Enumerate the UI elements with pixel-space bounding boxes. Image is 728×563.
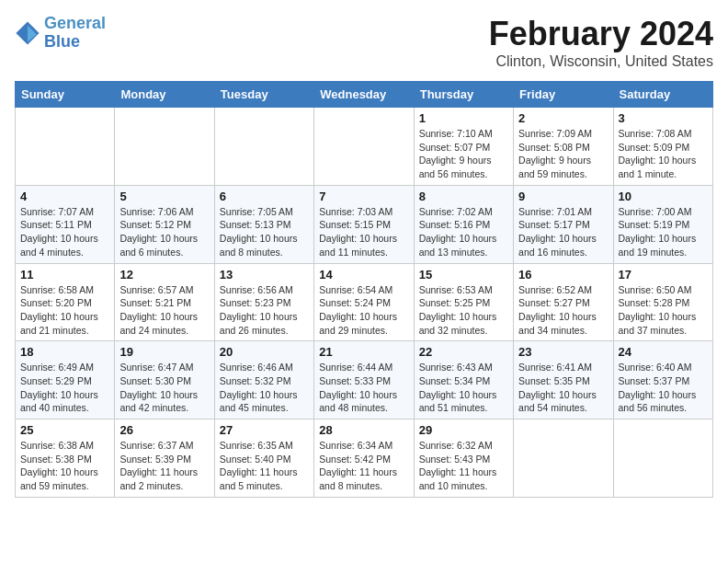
calendar-cell: 23Sunrise: 6:41 AM Sunset: 5:35 PM Dayli… <box>514 341 613 419</box>
calendar-cell: 24Sunrise: 6:40 AM Sunset: 5:37 PM Dayli… <box>613 341 712 419</box>
weekday-header-sunday: Sunday <box>16 82 115 108</box>
calendar-cell <box>314 108 414 186</box>
day-number: 4 <box>20 190 109 203</box>
calendar-cell <box>613 419 712 498</box>
title-area: February 2024 Clinton, Wisconsin, United… <box>489 15 713 70</box>
calendar-cell: 8Sunrise: 7:02 AM Sunset: 5:16 PM Daylig… <box>414 185 513 263</box>
day-info: Sunrise: 6:41 AM Sunset: 5:35 PM Dayligh… <box>518 361 608 415</box>
day-info: Sunrise: 6:53 AM Sunset: 5:25 PM Dayligh… <box>419 283 508 338</box>
calendar-cell: 1Sunrise: 7:10 AM Sunset: 5:07 PM Daylig… <box>414 108 513 186</box>
day-info: Sunrise: 7:03 AM Sunset: 5:15 PM Dayligh… <box>319 205 408 259</box>
day-info: Sunrise: 6:57 AM Sunset: 5:21 PM Dayligh… <box>119 283 209 338</box>
day-number: 9 <box>518 190 608 203</box>
logo-text: General Blue <box>44 15 106 52</box>
day-info: Sunrise: 6:38 AM Sunset: 5:38 PM Dayligh… <box>20 439 109 493</box>
day-info: Sunrise: 6:35 AM Sunset: 5:40 PM Dayligh… <box>220 439 309 493</box>
day-info: Sunrise: 7:02 AM Sunset: 5:16 PM Dayligh… <box>419 205 508 259</box>
day-number: 29 <box>419 423 508 437</box>
day-info: Sunrise: 6:46 AM Sunset: 5:32 PM Dayligh… <box>220 361 309 415</box>
logo-icon <box>15 20 40 46</box>
day-info: Sunrise: 6:54 AM Sunset: 5:24 PM Dayligh… <box>319 283 408 338</box>
calendar-cell: 13Sunrise: 6:56 AM Sunset: 5:23 PM Dayli… <box>214 263 313 341</box>
calendar-cell: 12Sunrise: 6:57 AM Sunset: 5:21 PM Dayli… <box>115 263 214 341</box>
weekday-header-monday: Monday <box>115 82 214 108</box>
day-info: Sunrise: 6:56 AM Sunset: 5:23 PM Dayligh… <box>220 283 309 338</box>
calendar-cell: 14Sunrise: 6:54 AM Sunset: 5:24 PM Dayli… <box>314 263 414 341</box>
calendar-week-2: 4Sunrise: 7:07 AM Sunset: 5:11 PM Daylig… <box>16 185 713 263</box>
header: General Blue February 2024 Clinton, Wisc… <box>15 15 713 70</box>
weekday-header-thursday: Thursday <box>414 82 513 108</box>
calendar-cell: 6Sunrise: 7:05 AM Sunset: 5:13 PM Daylig… <box>214 185 313 263</box>
day-info: Sunrise: 6:50 AM Sunset: 5:28 PM Dayligh… <box>619 283 708 338</box>
day-number: 5 <box>119 190 209 203</box>
calendar-cell: 28Sunrise: 6:34 AM Sunset: 5:42 PM Dayli… <box>314 419 414 498</box>
calendar-cell: 26Sunrise: 6:37 AM Sunset: 5:39 PM Dayli… <box>115 419 214 498</box>
logo: General Blue <box>15 15 106 52</box>
calendar-cell: 5Sunrise: 7:06 AM Sunset: 5:12 PM Daylig… <box>115 185 214 263</box>
month-title: February 2024 <box>489 15 713 53</box>
day-number: 1 <box>419 111 508 125</box>
day-number: 13 <box>220 268 309 282</box>
weekday-header-wednesday: Wednesday <box>314 82 414 108</box>
day-info: Sunrise: 6:49 AM Sunset: 5:29 PM Dayligh… <box>20 361 109 415</box>
calendar-week-3: 11Sunrise: 6:58 AM Sunset: 5:20 PM Dayli… <box>16 263 713 341</box>
day-number: 21 <box>319 345 408 359</box>
day-number: 3 <box>619 111 708 125</box>
day-info: Sunrise: 6:47 AM Sunset: 5:30 PM Dayligh… <box>119 361 209 415</box>
calendar-cell: 29Sunrise: 6:32 AM Sunset: 5:43 PM Dayli… <box>414 419 513 498</box>
day-number: 11 <box>20 268 109 282</box>
calendar-cell: 18Sunrise: 6:49 AM Sunset: 5:29 PM Dayli… <box>16 341 115 419</box>
day-number: 27 <box>220 423 309 437</box>
calendar-table: SundayMondayTuesdayWednesdayThursdayFrid… <box>15 81 713 498</box>
day-info: Sunrise: 6:43 AM Sunset: 5:34 PM Dayligh… <box>419 361 508 415</box>
day-info: Sunrise: 7:05 AM Sunset: 5:13 PM Dayligh… <box>220 205 309 259</box>
day-number: 14 <box>319 268 408 282</box>
day-info: Sunrise: 7:06 AM Sunset: 5:12 PM Dayligh… <box>119 205 209 259</box>
day-number: 18 <box>20 345 109 359</box>
day-number: 28 <box>319 423 408 437</box>
day-info: Sunrise: 7:01 AM Sunset: 5:17 PM Dayligh… <box>518 205 608 259</box>
calendar-week-5: 25Sunrise: 6:38 AM Sunset: 5:38 PM Dayli… <box>16 419 713 498</box>
day-number: 12 <box>119 268 209 282</box>
calendar-cell: 22Sunrise: 6:43 AM Sunset: 5:34 PM Dayli… <box>414 341 513 419</box>
calendar-cell <box>514 419 613 498</box>
weekday-header-tuesday: Tuesday <box>214 82 313 108</box>
day-info: Sunrise: 6:44 AM Sunset: 5:33 PM Dayligh… <box>319 361 408 415</box>
day-number: 20 <box>220 345 309 359</box>
calendar-cell: 25Sunrise: 6:38 AM Sunset: 5:38 PM Dayli… <box>16 419 115 498</box>
day-info: Sunrise: 6:37 AM Sunset: 5:39 PM Dayligh… <box>119 439 209 493</box>
day-info: Sunrise: 7:09 AM Sunset: 5:08 PM Dayligh… <box>518 127 608 181</box>
calendar-cell: 10Sunrise: 7:00 AM Sunset: 5:19 PM Dayli… <box>613 185 712 263</box>
day-number: 25 <box>20 423 109 437</box>
day-number: 26 <box>119 423 209 437</box>
day-number: 10 <box>619 190 708 203</box>
day-number: 6 <box>220 190 309 203</box>
calendar-week-4: 18Sunrise: 6:49 AM Sunset: 5:29 PM Dayli… <box>16 341 713 419</box>
day-number: 16 <box>518 268 608 282</box>
day-info: Sunrise: 7:07 AM Sunset: 5:11 PM Dayligh… <box>20 205 109 259</box>
day-number: 8 <box>419 190 508 203</box>
calendar-cell: 4Sunrise: 7:07 AM Sunset: 5:11 PM Daylig… <box>16 185 115 263</box>
calendar-cell: 17Sunrise: 6:50 AM Sunset: 5:28 PM Dayli… <box>613 263 712 341</box>
day-number: 24 <box>619 345 708 359</box>
calendar-week-1: 1Sunrise: 7:10 AM Sunset: 5:07 PM Daylig… <box>16 108 713 186</box>
calendar-cell: 19Sunrise: 6:47 AM Sunset: 5:30 PM Dayli… <box>115 341 214 419</box>
day-number: 23 <box>518 345 608 359</box>
calendar-cell: 9Sunrise: 7:01 AM Sunset: 5:17 PM Daylig… <box>514 185 613 263</box>
day-number: 17 <box>619 268 708 282</box>
calendar-cell: 3Sunrise: 7:08 AM Sunset: 5:09 PM Daylig… <box>613 108 712 186</box>
day-number: 22 <box>419 345 508 359</box>
calendar-cell: 27Sunrise: 6:35 AM Sunset: 5:40 PM Dayli… <box>214 419 313 498</box>
day-info: Sunrise: 6:32 AM Sunset: 5:43 PM Dayligh… <box>419 439 508 493</box>
day-info: Sunrise: 6:52 AM Sunset: 5:27 PM Dayligh… <box>518 283 608 338</box>
day-info: Sunrise: 7:08 AM Sunset: 5:09 PM Dayligh… <box>619 127 708 181</box>
day-number: 19 <box>119 345 209 359</box>
weekday-header-friday: Friday <box>514 82 613 108</box>
day-number: 15 <box>419 268 508 282</box>
day-info: Sunrise: 6:58 AM Sunset: 5:20 PM Dayligh… <box>20 283 109 338</box>
calendar-cell: 11Sunrise: 6:58 AM Sunset: 5:20 PM Dayli… <box>16 263 115 341</box>
calendar-cell: 16Sunrise: 6:52 AM Sunset: 5:27 PM Dayli… <box>514 263 613 341</box>
calendar-cell <box>214 108 313 186</box>
calendar-cell <box>16 108 115 186</box>
location-title: Clinton, Wisconsin, United States <box>489 53 713 70</box>
